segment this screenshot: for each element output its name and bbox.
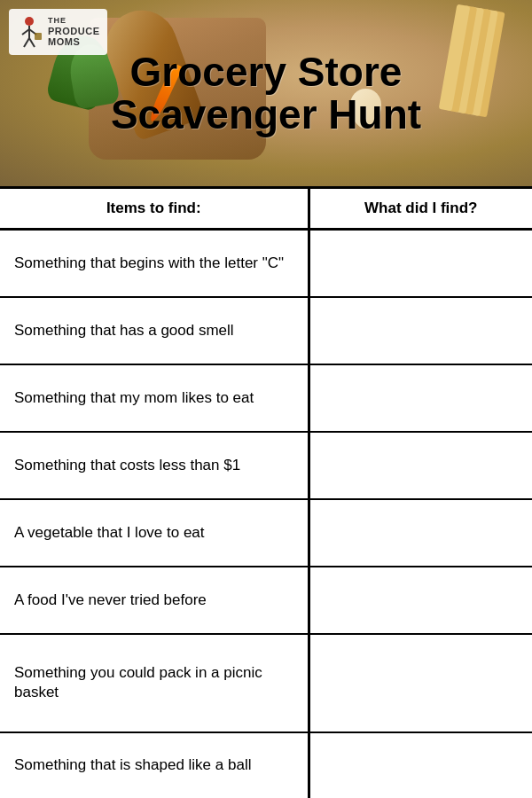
pasta-shape (439, 4, 471, 112)
item-cell-0: Something that begins with the letter "C… (0, 230, 309, 298)
item-cell-3: Something that costs less than $1 (0, 432, 309, 499)
item-cell-7: Something that is shaped like a ball (0, 732, 309, 798)
find-cell-5[interactable] (309, 567, 532, 634)
col-find-header: What did I find? (309, 189, 532, 230)
find-cell-0[interactable] (309, 230, 532, 298)
main-title: Grocery Store Scavenger Hunt (111, 51, 421, 137)
title-line2: Scavenger Hunt (111, 91, 421, 137)
find-cell-1[interactable] (309, 297, 532, 364)
table-body: Something that begins with the letter "C… (0, 230, 532, 799)
title-line1: Grocery Store (130, 49, 403, 95)
table-section: Items to find: What did I find? Somethin… (0, 186, 532, 798)
item-cell-2: Something that my mom likes to eat (0, 364, 309, 432)
table-row: Something that is shaped like a ball (0, 732, 532, 798)
svg-line-4 (24, 38, 29, 47)
logo-text-block: THE PRODUCE MOMS (48, 17, 100, 47)
logo-the: THE (48, 17, 100, 26)
table-row: Something that costs less than $1 (0, 432, 532, 499)
logo-moms: MOMS (48, 36, 100, 47)
find-cell-3[interactable] (309, 432, 532, 499)
table-row: Something that has a good smell (0, 297, 532, 364)
scavenger-hunt-table: Items to find: What did I find? Somethin… (0, 189, 532, 798)
logo-produce: PRODUCE (48, 26, 100, 36)
item-cell-1: Something that has a good smell (0, 297, 309, 364)
find-cell-4[interactable] (309, 499, 532, 567)
item-cell-5: A food I've never tried before (0, 567, 309, 634)
logo-icon (16, 14, 43, 50)
table-row: Something that my mom likes to eat (0, 364, 532, 432)
table-row: Something that begins with the letter "C… (0, 230, 532, 298)
table-row: Something you could pack in a picnic bas… (0, 634, 532, 732)
page-wrapper: THE PRODUCE MOMS Grocery Store Scavenger… (0, 0, 532, 798)
find-cell-7[interactable] (309, 732, 532, 798)
item-cell-4: A vegetable that I love to eat (0, 499, 309, 567)
col-items-header: Items to find: (0, 189, 309, 230)
find-cell-2[interactable] (309, 364, 532, 432)
find-cell-6[interactable] (309, 634, 532, 732)
svg-line-5 (29, 38, 35, 47)
header-section: THE PRODUCE MOMS Grocery Store Scavenger… (0, 0, 532, 186)
produce-moms-logo-svg (17, 15, 42, 49)
svg-line-2 (22, 29, 29, 35)
svg-rect-6 (35, 33, 42, 40)
svg-point-0 (25, 17, 34, 26)
table-row: A vegetable that I love to eat (0, 499, 532, 567)
table-row: A food I've never tried before (0, 567, 532, 634)
title-block: Grocery Store Scavenger Hunt (93, 42, 439, 145)
table-header-row: Items to find: What did I find? (0, 189, 532, 230)
item-cell-6: Something you could pack in a picnic bas… (0, 634, 309, 732)
